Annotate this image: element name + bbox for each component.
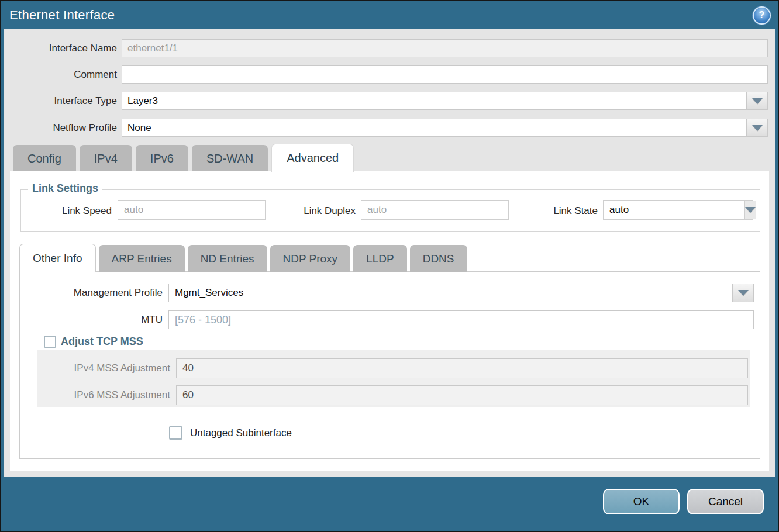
untagged-subinterface-label: Untagged Subinterface	[190, 427, 292, 439]
adjust-tcp-mss-legend: Adjust TCP MSS	[40, 336, 147, 348]
mtu-field[interactable]	[168, 310, 754, 329]
management-profile-row: Management Profile	[20, 284, 754, 302]
adjust-tcp-mss-checkbox[interactable]	[44, 336, 56, 348]
netflow-profile-row: Netflow Profile	[4, 119, 768, 137]
adjust-tcp-mss-legend-text: Adjust TCP MSS	[61, 336, 143, 348]
other-info-panel: Management Profile MTU Adjust TCP MSS	[19, 271, 760, 459]
tab-ndp-proxy[interactable]: NDP Proxy	[270, 245, 351, 272]
link-state-dropdown[interactable]	[603, 200, 753, 220]
netflow-profile-dropdown-button[interactable]	[746, 119, 767, 136]
info-tab-strip: Other Info ARP Entries ND Entries NDP Pr…	[19, 244, 467, 272]
adjust-tcp-mss-body: IPv4 MSS Adjustment IPv6 MSS Adjustment	[37, 350, 750, 407]
link-state-label: Link State	[501, 205, 598, 217]
chevron-down-icon	[738, 290, 749, 296]
netflow-profile-dropdown[interactable]	[122, 119, 768, 137]
untagged-subinterface-row: Untagged Subinterface	[169, 426, 292, 440]
netflow-profile-value[interactable]	[122, 119, 746, 136]
tab-ipv4[interactable]: IPv4	[80, 145, 132, 172]
interface-type-dropdown[interactable]	[122, 92, 768, 110]
link-state-value[interactable]	[604, 201, 744, 219]
link-duplex-field[interactable]	[361, 200, 509, 220]
management-profile-dropdown[interactable]	[168, 284, 754, 302]
dialog-footer: OK Cancel	[1, 477, 778, 531]
link-speed-label: Link Speed	[21, 205, 112, 217]
tab-nd-entries[interactable]: ND Entries	[188, 245, 267, 272]
ipv6-mss-row: IPv6 MSS Adjustment	[37, 385, 750, 405]
mtu-label: MTU	[20, 314, 163, 326]
netflow-profile-label: Netflow Profile	[4, 122, 117, 134]
interface-type-value[interactable]	[122, 92, 746, 109]
ipv4-mss-row: IPv4 MSS Adjustment	[37, 358, 750, 378]
tab-config[interactable]: Config	[13, 145, 76, 172]
ok-button[interactable]: OK	[603, 489, 680, 514]
untagged-subinterface-checkbox[interactable]	[169, 426, 182, 440]
chevron-down-icon	[752, 125, 763, 131]
management-profile-dropdown-button[interactable]	[732, 284, 753, 302]
chevron-down-icon	[745, 207, 756, 213]
link-state-dropdown-button[interactable]	[744, 201, 756, 219]
ipv6-mss-field	[176, 385, 748, 405]
comment-field[interactable]	[122, 65, 768, 84]
dialog-body: Interface Name Comment Interface Type Ne…	[4, 29, 775, 477]
dialog-title: Ethernet Interface	[9, 8, 115, 23]
tab-sdwan[interactable]: SD-WAN	[192, 145, 268, 172]
ipv4-mss-label: IPv4 MSS Adjustment	[37, 362, 170, 374]
link-settings-legend: Link Settings	[28, 182, 102, 195]
link-speed-field[interactable]	[118, 200, 266, 220]
interface-name-row: Interface Name	[4, 39, 768, 57]
help-icon[interactable]: ?	[754, 8, 770, 23]
link-duplex-label: Link Duplex	[273, 205, 356, 217]
interface-name-label: Interface Name	[4, 43, 117, 54]
management-profile-label: Management Profile	[20, 287, 163, 299]
tab-lldp[interactable]: LLDP	[353, 245, 407, 272]
main-tab-strip: Config IPv4 IPv6 SD-WAN Advanced	[13, 144, 354, 172]
advanced-tab-panel: Link Settings Link Speed Link Duplex Lin…	[10, 171, 769, 471]
cancel-button[interactable]: Cancel	[687, 489, 764, 514]
comment-label: Comment	[4, 69, 117, 81]
ipv6-mss-label: IPv6 MSS Adjustment	[37, 389, 170, 401]
interface-type-dropdown-button[interactable]	[746, 92, 767, 109]
link-settings-fieldset: Link Settings Link Speed Link Duplex Lin…	[20, 189, 760, 232]
chevron-down-icon	[752, 98, 763, 104]
ipv4-mss-field	[176, 358, 748, 378]
tab-ipv6[interactable]: IPv6	[136, 145, 188, 172]
tab-advanced[interactable]: Advanced	[271, 144, 354, 172]
interface-name-field	[122, 39, 768, 57]
mtu-row: MTU	[20, 310, 754, 329]
tab-ddns[interactable]: DDNS	[410, 245, 467, 272]
interface-type-row: Interface Type	[4, 92, 768, 110]
comment-row: Comment	[4, 65, 768, 84]
interface-type-label: Interface Type	[4, 95, 117, 107]
management-profile-value[interactable]	[169, 284, 732, 302]
adjust-tcp-mss-fieldset: Adjust TCP MSS IPv4 MSS Adjustment IPv6 …	[36, 343, 752, 409]
ethernet-interface-dialog: Ethernet Interface ? Interface Name Comm…	[0, 0, 779, 532]
tab-arp-entries[interactable]: ARP Entries	[99, 245, 185, 272]
tab-other-info[interactable]: Other Info	[19, 244, 96, 272]
title-bar: Ethernet Interface ?	[1, 1, 778, 29]
